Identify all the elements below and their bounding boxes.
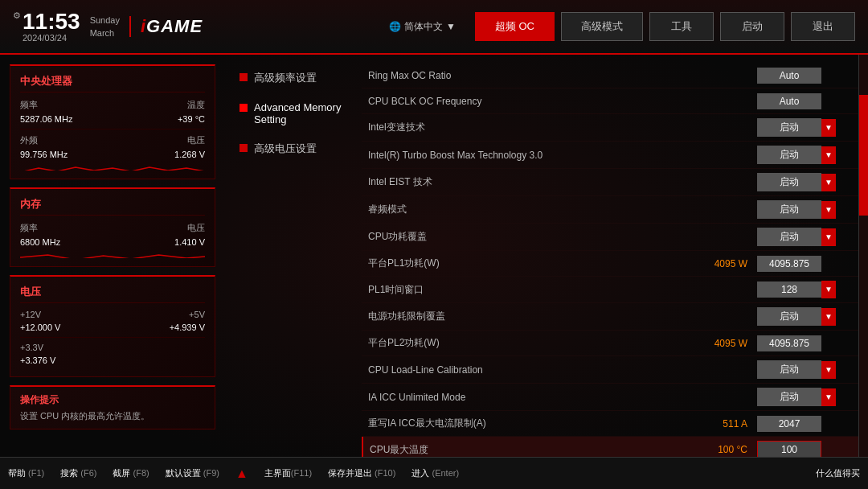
setting-control: 启动▼ — [757, 307, 845, 326]
mem-freq-row: 频率 电压 — [20, 222, 205, 234]
sidebar-label-voltage: 高级电压设置 — [254, 142, 317, 156]
setting-value-box[interactable]: 4095.875 — [757, 256, 821, 272]
bottom-enter[interactable]: 进入 (Enter) — [411, 467, 459, 479]
nav-btn-tools[interactable]: 工具 — [649, 12, 714, 41]
dropdown-arrow-icon[interactable]: ▼ — [821, 388, 836, 406]
setting-row[interactable]: CPU Load-Line Calibration启动▼ — [362, 356, 858, 384]
clock-time: 11:53 — [23, 10, 80, 33]
setting-value-box[interactable]: 启动 — [757, 118, 821, 137]
setting-name: Ring Max OC Ratio — [368, 70, 757, 81]
lang-flag-icon: 🌐 — [389, 21, 401, 32]
setting-control: 启动▼ — [757, 360, 845, 379]
cpu-divider — [20, 129, 205, 129]
setting-value-box[interactable]: 100 — [757, 441, 821, 457]
dropdown-arrow-icon[interactable]: ▼ — [821, 201, 836, 219]
setting-row[interactable]: Intel EIST 技术启动▼ — [362, 169, 858, 196]
setting-row[interactable]: 电源功耗限制覆盖启动▼ — [362, 303, 858, 331]
setting-name: CPU功耗覆盖 — [368, 230, 757, 244]
setting-row[interactable]: 平台PL2功耗(W)4095 W4095.875 — [362, 331, 858, 356]
nav-btn-oc[interactable]: 超频 OC — [475, 12, 555, 41]
sidebar-item-memory[interactable]: Advanced Memory Setting — [231, 95, 355, 132]
cpu-bclk-val-row: 99.756 MHz 1.268 V — [20, 150, 205, 159]
setting-row[interactable]: 重写IA ICC最大电流限制(A)511 A2047 — [362, 411, 858, 437]
dropdown-arrow-icon[interactable]: ▼ — [821, 174, 836, 191]
setting-control: Auto — [757, 93, 845, 109]
setting-name: CPU Load-Line Calibration — [368, 364, 757, 376]
setting-control: 启动▼ — [757, 200, 845, 219]
bottom-main[interactable]: 主界面(F11) — [264, 467, 312, 479]
setting-row[interactable]: Intel变速技术启动▼ — [362, 114, 858, 142]
scroll-track[interactable] — [858, 55, 868, 457]
bottom-help[interactable]: 帮助 (F1) — [8, 467, 44, 479]
volt-12-label: +12V — [20, 310, 41, 319]
setting-row[interactable]: Ring Max OC RatioAuto — [362, 63, 858, 88]
setting-value-box[interactable]: 启动 — [757, 307, 821, 326]
sidebar-item-freq[interactable]: 高级频率设置 — [231, 64, 355, 92]
setting-control: 100 — [757, 441, 845, 457]
setting-control: 启动▼ — [757, 173, 845, 191]
setting-name: CPU BCLK OC Frequency — [368, 96, 757, 107]
day-month-area: Sunday March — [90, 12, 123, 38]
setting-row[interactable]: IA ICC Unlimited Mode启动▼ — [362, 384, 858, 411]
setting-row[interactable]: CPU功耗覆盖启动▼ — [362, 224, 858, 251]
setting-value-box[interactable]: 启动 — [757, 146, 821, 164]
volt-12-value: +12.000 V — [20, 323, 60, 332]
setting-value-box[interactable]: Auto — [757, 68, 821, 84]
dropdown-arrow-icon[interactable]: ▼ — [821, 146, 836, 164]
gear-icon: ⚙ — [13, 10, 21, 21]
nav-btn-exit[interactable]: 退出 — [791, 12, 855, 41]
setting-control: 启动▼ — [757, 228, 845, 246]
lang-label: 简体中文 — [404, 20, 443, 34]
volt-divider — [20, 337, 205, 338]
triangle-icon: ▲ — [235, 466, 248, 481]
setting-value-box[interactable]: 启动 — [757, 228, 821, 246]
lang-dropdown-icon: ▼ — [446, 21, 456, 32]
nav-btn-boot[interactable]: 启动 — [720, 12, 784, 41]
setting-row[interactable]: PL1时间窗口128▼ — [362, 277, 858, 303]
setting-value-box[interactable]: 启动 — [757, 173, 821, 191]
dropdown-arrow-icon[interactable]: ▼ — [821, 361, 836, 379]
cpu-temp-value: +39 °C — [178, 114, 205, 124]
setting-name: 电源功耗限制覆盖 — [368, 310, 757, 323]
setting-row[interactable]: 平台PL1功耗(W)4095 W4095.875 — [362, 251, 858, 277]
setting-row[interactable]: CPU最大温度100 °C100 — [362, 437, 858, 457]
cpu-bclk-value: 99.756 MHz — [20, 150, 68, 159]
nav-buttons: 超频 OC 高级模式 工具 启动 退出 — [475, 12, 855, 41]
setting-row[interactable]: 睿频模式启动▼ — [362, 196, 858, 224]
setting-row[interactable]: CPU BCLK OC FrequencyAuto — [362, 88, 858, 114]
sidebar-item-voltage[interactable]: 高级电压设置 — [231, 135, 355, 162]
main-content: 中央处理器 频率 温度 5287.06 MHz +39 °C 外频 电压 99.… — [0, 55, 868, 457]
setting-control: 启动▼ — [757, 146, 845, 164]
bottom-default[interactable]: 默认设置 (F9) — [166, 467, 219, 479]
bottom-search[interactable]: 搜索 (F6) — [60, 467, 96, 479]
setting-name: PL1时间窗口 — [368, 283, 757, 297]
bottom-screenshot[interactable]: 截屏 (F8) — [113, 467, 149, 479]
dropdown-arrow-icon[interactable]: ▼ — [821, 281, 836, 298]
cpu-freq-label: 频率 — [20, 99, 38, 111]
sidebar-nav: 高级频率设置 Advanced Memory Setting 高级电压设置 — [225, 55, 362, 457]
setting-value-box[interactable]: Auto — [757, 93, 821, 109]
setting-value-box[interactable]: 启动 — [757, 200, 821, 219]
setting-value-box[interactable]: 128 — [757, 281, 821, 298]
op-hint-card: 操作提示 设置 CPU 内核的最高允许温度。 — [10, 385, 215, 429]
setting-value-box[interactable]: 4095.875 — [757, 335, 821, 351]
setting-value-box[interactable]: 启动 — [757, 360, 821, 379]
setting-control: 4095.875 — [757, 335, 845, 351]
setting-value-box[interactable]: 2047 — [757, 416, 821, 432]
cpu-bclk-label: 外频 — [20, 134, 38, 146]
setting-row[interactable]: Intel(R) Turbo Boost Max Technology 3.0启… — [362, 142, 858, 169]
mem-val-row: 6800 MHz 1.410 V — [20, 237, 205, 247]
mem-volt-label: 电压 — [187, 222, 205, 234]
nav-btn-advanced[interactable]: 高级模式 — [561, 12, 643, 41]
setting-value-box[interactable]: 启动 — [757, 388, 821, 406]
sidebar-dot-voltage — [240, 144, 248, 152]
bottom-save[interactable]: 保存并退出 (F10) — [328, 467, 395, 479]
dropdown-arrow-icon[interactable]: ▼ — [821, 228, 836, 246]
dropdown-arrow-icon[interactable]: ▼ — [821, 308, 836, 326]
setting-control: 128▼ — [757, 281, 845, 298]
lang-selector[interactable]: 🌐 简体中文 ▼ — [389, 20, 459, 34]
settings-panel[interactable]: Ring Max OC RatioAutoCPU BCLK OC Frequen… — [362, 55, 858, 457]
setting-name: Intel(R) Turbo Boost Max Technology 3.0 — [368, 150, 757, 161]
dropdown-arrow-icon[interactable]: ▼ — [821, 119, 836, 137]
cpu-bclk-row: 外频 电压 — [20, 134, 205, 146]
